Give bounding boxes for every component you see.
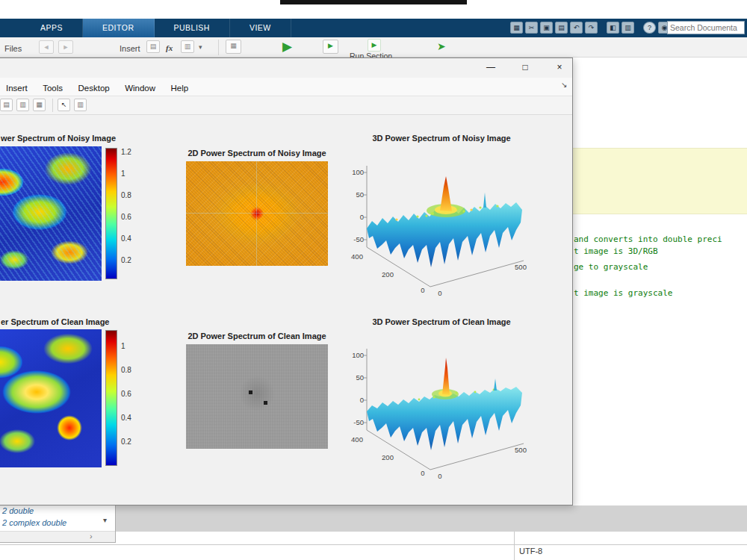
undo-icon[interactable]: ↶	[570, 22, 583, 34]
x-tick-label: 400	[351, 435, 363, 444]
status-vertical-divider	[514, 532, 515, 560]
colorbar-tick: 0.6	[121, 213, 140, 221]
figure-canvas: wer Spectrum of Noisy Image 1.2 1 0.8 0.…	[0, 115, 572, 505]
data-cursor-icon[interactable]: ▥	[74, 99, 87, 111]
code-comment-line: t image is grayscale	[574, 288, 672, 298]
toolbar-separator	[218, 40, 219, 55]
figure-menubar: Insert Tools Desktop Window Help ↘	[0, 78, 572, 96]
clean-power-spectrum-image[interactable]	[0, 329, 102, 467]
ribbon-toolbar-row: Files ◄ ► Insert ▤ fx ▥ ▾ ▦ ▶ ▶ ▶ Run Se…	[0, 37, 747, 57]
z-tick-label: 50	[356, 373, 364, 382]
matlab-desktop: APPS EDITOR PUBLISH VIEW ▦ ✂ ▣ ▤ ↶ ↷ ◧ ▥…	[0, 0, 747, 560]
run-open-icon[interactable]: ▶	[323, 40, 338, 54]
insert-label[interactable]: Insert	[120, 44, 140, 53]
tab-editor[interactable]: EDITOR	[83, 19, 154, 37]
y-tick-label: 0	[438, 289, 441, 297]
help-icon[interactable]: ?	[643, 22, 656, 34]
central-spike	[440, 176, 452, 211]
colorbar-tick: 0.2	[121, 438, 140, 446]
colorbar-tick: 0.2	[121, 256, 140, 264]
y-tick-label: 0	[438, 472, 441, 480]
z-tick-label: 100	[352, 351, 364, 359]
legend-icon[interactable]: ▦	[33, 99, 46, 111]
plot-title-noisy-power: wer Spectrum of Noisy Image	[1, 134, 116, 143]
z-axis-ticks	[364, 172, 367, 240]
tab-view[interactable]: VIEW	[230, 19, 291, 37]
x-tick-label: 200	[382, 270, 394, 279]
y-tick-label: 500	[515, 446, 527, 454]
insert-section-icon[interactable]: ▤	[146, 40, 160, 53]
fx-button[interactable]: fx	[166, 43, 173, 52]
code-comment-line: and converts into double preci	[574, 234, 722, 244]
clean-3d-surface-plot[interactable]: 100 50 0 -50 400 200 0 0 500	[344, 322, 539, 482]
scroll-right-icon[interactable]: ›	[90, 532, 93, 541]
y-tick-label: 500	[515, 263, 527, 271]
horizontal-scrollbar[interactable]: ›	[0, 531, 115, 542]
settings-icon[interactable]: ▥	[622, 22, 634, 34]
copy-icon[interactable]: ▣	[540, 22, 553, 34]
secondary-spike	[494, 379, 497, 391]
close-button[interactable]: ×	[546, 59, 573, 76]
tab-apps[interactable]: APPS	[21, 19, 83, 37]
spectrum-vertical-line	[256, 161, 257, 266]
layout-icon[interactable]: ◧	[607, 22, 619, 34]
qat-separator2	[636, 22, 643, 34]
noisy-2d-spectrum-image[interactable]	[186, 161, 328, 266]
colorbar-tick: 0.8	[121, 191, 140, 199]
z-tick-label: 100	[352, 168, 364, 176]
z-tick-label: -50	[353, 235, 364, 243]
cut-icon[interactable]: ✂	[525, 22, 538, 34]
plot-title-clean-power: er Spectrum of Clean Image	[1, 317, 110, 326]
clean-2d-spectrum-image[interactable]	[186, 344, 328, 449]
run-advance-icon[interactable]: ➤	[437, 40, 446, 52]
tab-publish[interactable]: PUBLISH	[155, 19, 230, 37]
insert-dropdown-icon[interactable]: ▾	[199, 43, 202, 51]
figure-window[interactable]: — □ × Insert Tools Desktop Window Help ↘…	[0, 57, 573, 505]
maximize-button[interactable]: □	[512, 59, 539, 76]
x-tick-label: 0	[421, 469, 424, 477]
code-comment-line: t image is 3D/RGB	[574, 246, 658, 256]
colorbar-icon[interactable]: ▥	[16, 99, 29, 111]
z-tick-label: 0	[360, 396, 364, 404]
save-icon[interactable]: ▦	[510, 22, 523, 34]
encoding-indicator: UTF-8	[519, 547, 542, 556]
redo-icon[interactable]: ↷	[585, 22, 598, 34]
spectrum-horizontal-line	[186, 213, 328, 214]
menu-help[interactable]: Help	[171, 79, 189, 98]
workspace-value[interactable]: 2 complex double	[2, 518, 66, 527]
minimize-button[interactable]: —	[477, 59, 504, 76]
workspace-value[interactable]: 2 double	[2, 506, 34, 515]
editor-pane[interactable]: and converts into double preci t image i…	[568, 57, 747, 505]
paste-icon[interactable]: ▤	[555, 22, 568, 34]
menu-tools[interactable]: Tools	[43, 79, 63, 98]
noisy-3d-surface-plot[interactable]: 100 50 0 -50 400 200 0 0 500	[344, 139, 539, 299]
x-tick-label: 200	[382, 453, 394, 461]
run-section-icon[interactable]: ▶	[368, 39, 381, 52]
menu-insert[interactable]: Insert	[6, 79, 28, 98]
z-tick-label: 50	[356, 190, 364, 199]
menu-window[interactable]: Window	[125, 79, 155, 98]
run-button[interactable]: ▶	[282, 39, 292, 55]
dock-icon[interactable]: ↘	[561, 75, 567, 94]
colorbar-noisy	[105, 148, 117, 279]
search-input[interactable]	[667, 21, 745, 34]
code-comment-line: ge to grayscale	[574, 262, 648, 272]
link-icon[interactable]: ▤	[0, 99, 13, 111]
qat-separator	[600, 22, 607, 34]
edit-plot-icon[interactable]: ↖	[58, 99, 70, 111]
function-icon[interactable]: ▥	[181, 40, 194, 53]
find-files-label[interactable]: Files	[4, 44, 22, 53]
colorbar-tick: 1	[121, 342, 140, 350]
colorbar-tick: 1	[121, 169, 140, 178]
menu-desktop[interactable]: Desktop	[78, 79, 110, 98]
noisy-power-spectrum-image[interactable]	[0, 146, 102, 281]
figure-titlebar[interactable]: — □ ×	[0, 58, 572, 78]
ribbon-tabs: APPS EDITOR PUBLISH VIEW	[21, 19, 291, 37]
spectrum-peak-dot	[249, 391, 252, 394]
forward-icon[interactable]: ►	[58, 40, 73, 54]
breakpoints-icon[interactable]: ▦	[226, 40, 241, 54]
quick-access-toolbar: ▦ ✂ ▣ ▤ ↶ ↷ ◧ ▥ ? ◉	[510, 22, 673, 34]
chevron-down-icon[interactable]: ▾	[103, 516, 107, 524]
back-icon[interactable]: ◄	[39, 40, 54, 54]
colorbar-tick: 0.8	[121, 366, 140, 374]
